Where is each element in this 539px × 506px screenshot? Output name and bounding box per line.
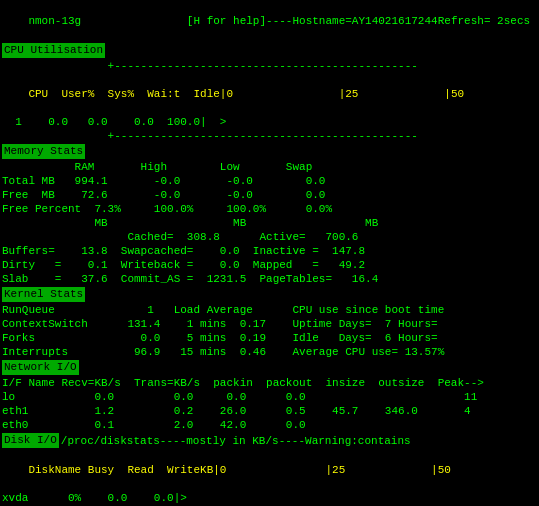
cpu-separator-bottom: +---------------------------------------… (0, 129, 539, 143)
kernel-interrupts-row: Interrupts 96.9 15 mins 0.46 Average CPU… (0, 345, 539, 359)
kernel-forks-row: Forks 0.0 5 mins 0.19 Idle Days= 6 Hours… (0, 331, 539, 345)
disk-section-label: Disk I/O (2, 433, 59, 448)
network-section-header-line: Network I/O (0, 359, 539, 376)
mem-total-row: Total MB 994.1 -0.0 -0.0 0.0 (0, 174, 539, 188)
memory-section-header-line: Memory Stats (0, 143, 539, 160)
net-lo-row: lo 0.0 0.0 0.0 0.0 11 (0, 390, 539, 404)
network-section-label: Network I/O (2, 360, 79, 375)
cpu-section-header-line: CPU Utilisation (0, 42, 539, 59)
title-text: nmon-13g [H for help]----Hostname=AY1402… (28, 15, 530, 27)
mem-free-row: Free MB 72.6 -0.0 -0.0 0.0 (0, 188, 539, 202)
cpu-separator-top: +---------------------------------------… (0, 59, 539, 73)
mem-slab-row: Slab = 37.6 Commit_AS = 1231.5 PageTable… (0, 272, 539, 286)
net-header-row: I/F Name Recv=KB/s Trans=KB/s packin pac… (0, 376, 539, 390)
cpu-section-label: CPU Utilisation (2, 43, 105, 58)
disk-section-header-line: Disk I/O /proc/diskstats----mostly in KB… (0, 432, 539, 449)
mem-dirty-row: Dirty = 0.1 Writeback = 0.0 Mapped = 49.… (0, 258, 539, 272)
disk-header-row: DiskName Busy Read WriteKB|0 |25 |50 |75 (0, 449, 539, 491)
cpu-column-header: CPU User% Sys% Wai:t Idle|0 |25 |50 |75 (0, 73, 539, 115)
mem-cached-row: Cached= 308.8 Active= 700.6 (0, 230, 539, 244)
net-eth0-row: eth0 0.1 2.0 42.0 0.0 (0, 418, 539, 432)
cpu-row-1: 1 0.0 0.0 0.0 100.0| > (0, 115, 539, 129)
title-bar: nmon-13g [H for help]----Hostname=AY1402… (0, 0, 539, 42)
cpu-header-text: CPU User% Sys% Wai:t Idle|0 |25 |50 |75 (28, 88, 539, 100)
kernel-section-label: Kernel Stats (2, 287, 85, 302)
net-eth1-row: eth1 1.2 0.2 26.0 0.5 45.7 346.0 4 (0, 404, 539, 418)
mem-sub-header: MB MB MB (0, 216, 539, 230)
mem-col-header: RAM High Low Swap (0, 160, 539, 174)
kernel-context-row: ContextSwitch 131.4 1 mins 0.17 Uptime D… (0, 317, 539, 331)
mem-free-pct-row: Free Percent 7.3% 100.0% 100.0% 0.0% (0, 202, 539, 216)
mem-buffers-row: Buffers= 13.8 Swapcached= 0.0 Inactive =… (0, 244, 539, 258)
memory-section-label: Memory Stats (2, 144, 85, 159)
kernel-section-header-line: Kernel Stats (0, 286, 539, 303)
kernel-runqueue-row: RunQueue 1 Load Average CPU use since bo… (0, 303, 539, 317)
disk-header-text: DiskName Busy Read WriteKB|0 |25 |50 |75 (28, 464, 539, 476)
disk-info-text: /proc/diskstats----mostly in KB/s----War… (59, 434, 413, 448)
disk-xvda-row: xvda 0% 0.0 0.0|> (0, 491, 539, 505)
terminal-screen: nmon-13g [H for help]----Hostname=AY1402… (0, 0, 539, 506)
